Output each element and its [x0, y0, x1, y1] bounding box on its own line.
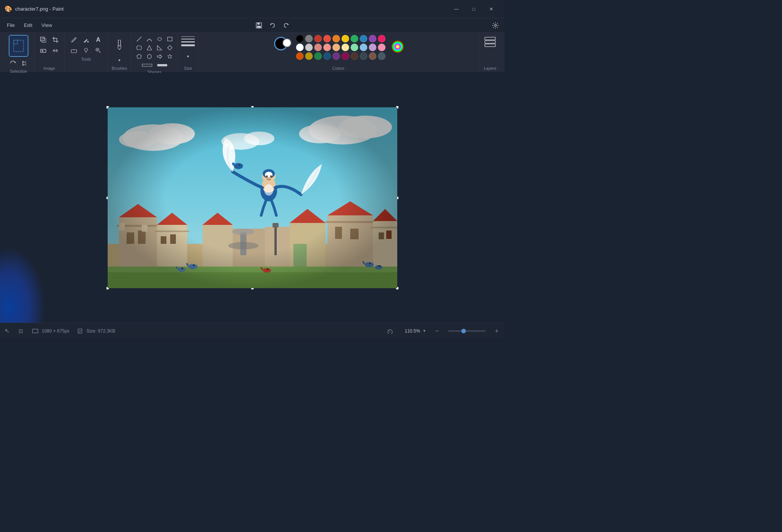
color-swatch-13[interactable] [323, 44, 331, 51]
rotate-button[interactable] [8, 58, 18, 68]
shape-triangle[interactable] [144, 44, 154, 52]
eraser-tool[interactable] [68, 46, 80, 55]
shape-pentagon[interactable] [134, 52, 144, 61]
layers-button[interactable] [483, 35, 497, 51]
zoom-tool[interactable] [92, 46, 104, 55]
color-swatch-16[interactable] [351, 44, 358, 51]
color-swatch-8[interactable] [369, 35, 376, 42]
tools-label: Tools [81, 57, 91, 61]
color-swatch-29[interactable] [378, 52, 386, 60]
resize-button[interactable] [38, 35, 49, 45]
flip-button[interactable] [19, 58, 30, 68]
color-swatch-10[interactable] [296, 44, 304, 51]
background-decoration [0, 247, 45, 323]
shape-arrow[interactable] [155, 52, 165, 61]
zoom-controls: 110.5% ▼ [401, 328, 426, 334]
brush-tool[interactable] [111, 35, 128, 56]
zoom-in-button[interactable]: + [494, 327, 500, 335]
menu-file[interactable]: File [3, 21, 19, 30]
fill-tool[interactable] [80, 35, 92, 45]
size-1px[interactable] [181, 36, 195, 37]
color-swatch-21[interactable] [305, 52, 313, 60]
shape-rounded-rect[interactable] [134, 44, 144, 52]
color-swatch-1[interactable] [305, 35, 313, 42]
color-swatch-7[interactable] [360, 35, 367, 42]
color-swatch-9[interactable] [378, 35, 386, 42]
svg-point-12 [42, 50, 43, 52]
save-button[interactable] [253, 20, 265, 31]
selection-tool-button[interactable] [9, 35, 28, 57]
color-swatch-24[interactable] [332, 52, 340, 60]
shape-curve[interactable] [144, 35, 154, 43]
settings-button[interactable] [489, 20, 501, 31]
outline-style[interactable] [140, 61, 154, 69]
color-swatch-26[interactable] [351, 52, 358, 60]
color-swatch-18[interactable] [369, 44, 376, 51]
color-swatch-0[interactable] [296, 35, 304, 42]
color-swatch-4[interactable] [332, 35, 340, 42]
color-swatch-5[interactable] [342, 35, 349, 42]
color-swatch-6[interactable] [351, 35, 358, 42]
color-swatch-11[interactable] [305, 44, 313, 51]
svg-rect-37 [485, 44, 495, 47]
size-2px[interactable] [181, 39, 195, 39]
brushes-group: ▼ Brushes [108, 33, 131, 72]
zoom-out-button[interactable]: − [434, 327, 440, 335]
color-swatch-14[interactable] [332, 44, 340, 51]
zoom-level-text: 110.5% [401, 328, 420, 334]
redo-button[interactable] [280, 20, 292, 31]
shape-right-triangle[interactable] [155, 44, 165, 52]
minimize-button[interactable]: — [448, 3, 465, 15]
color-swatch-28[interactable] [369, 52, 376, 60]
crop-button[interactable] [50, 35, 61, 45]
undo-button[interactable] [266, 20, 279, 31]
color-swatch-27[interactable] [360, 52, 367, 60]
color-swatch-25[interactable] [342, 52, 349, 60]
size-dropdown[interactable]: ▼ [185, 54, 191, 59]
svg-point-22 [158, 38, 161, 41]
zoom-dropdown-button[interactable]: ▼ [422, 329, 426, 333]
image-group: Image [34, 33, 64, 72]
color-swatch-15[interactable] [342, 44, 349, 51]
svg-point-15 [85, 48, 88, 51]
color-swatch-17[interactable] [360, 44, 367, 51]
flip-vertical-button[interactable] [50, 46, 61, 56]
shape-rect[interactable] [165, 35, 175, 43]
color-swatch-2[interactable] [314, 35, 322, 42]
fill-style[interactable] [155, 61, 169, 69]
pencil-tool[interactable] [68, 35, 80, 45]
secondary-color-swatch[interactable] [282, 38, 291, 47]
close-button[interactable]: ✕ [483, 3, 500, 15]
shape-diamond[interactable] [165, 44, 175, 52]
svg-rect-105 [108, 107, 397, 288]
color-swatch-19[interactable] [378, 44, 386, 51]
color-swatch-20[interactable] [296, 52, 304, 60]
custom-colors-button[interactable] [391, 40, 404, 55]
color-picker-tool[interactable] [80, 46, 92, 55]
size-selector[interactable] [181, 35, 195, 48]
menu-edit[interactable]: Edit [20, 21, 36, 30]
size-3px[interactable] [181, 41, 195, 42]
shape-star[interactable] [165, 52, 175, 61]
brush-dropdown[interactable]: ▼ [116, 57, 122, 63]
svg-rect-32 [142, 64, 152, 66]
adjust-button[interactable] [38, 46, 49, 56]
fullscreen-button[interactable]: ⊡ [17, 327, 25, 335]
colors-label: Colors [332, 66, 345, 71]
canvas-image[interactable] [108, 107, 397, 288]
size-5px[interactable] [181, 44, 195, 46]
shape-line[interactable] [134, 35, 144, 43]
shape-hexagon[interactable] [144, 52, 154, 61]
file-size-text: Size: 972.3KB [86, 328, 115, 334]
color-swatch-12[interactable] [314, 44, 322, 51]
text-tool[interactable]: A [92, 35, 104, 45]
color-swatch-22[interactable] [314, 52, 322, 60]
zoom-thumb[interactable] [461, 329, 466, 333]
color-swatch-23[interactable] [323, 52, 331, 60]
zoom-slider[interactable] [448, 330, 486, 332]
maximize-button[interactable]: □ [465, 3, 483, 15]
color-swatch-3[interactable] [323, 35, 331, 42]
shapes-group: Shapes [131, 33, 178, 72]
shape-oval[interactable] [155, 35, 165, 43]
menu-view[interactable]: View [38, 21, 56, 30]
